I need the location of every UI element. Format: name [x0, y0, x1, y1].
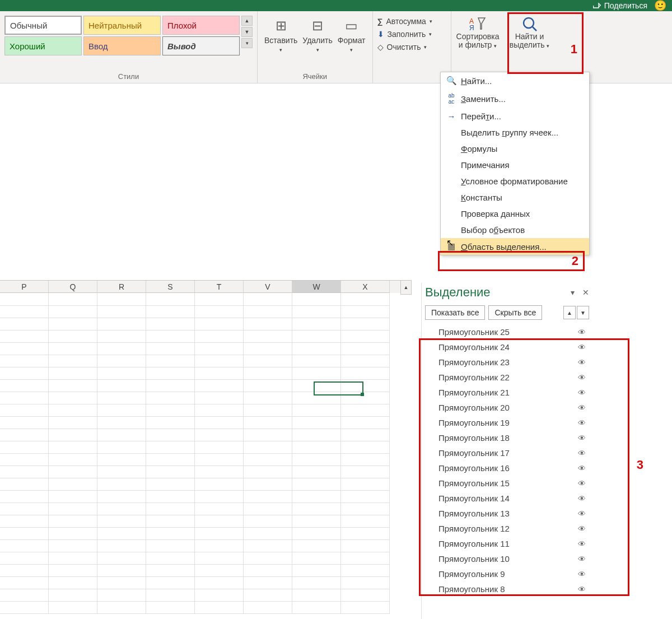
- cell[interactable]: [244, 453, 292, 466]
- selection-item[interactable]: Прямоугольник 11👁: [422, 536, 592, 551]
- cell[interactable]: [97, 539, 146, 552]
- cell[interactable]: [292, 589, 341, 602]
- cell[interactable]: [97, 576, 146, 589]
- clear-button[interactable]: ◇ Очистить ▾: [377, 41, 446, 53]
- cell[interactable]: [146, 355, 195, 367]
- cell[interactable]: [146, 478, 195, 491]
- cell[interactable]: [97, 466, 146, 478]
- cell[interactable]: [244, 404, 292, 417]
- cell[interactable]: [341, 527, 390, 540]
- cell[interactable]: [49, 429, 97, 441]
- cell[interactable]: [244, 515, 292, 528]
- cell[interactable]: [195, 379, 244, 392]
- selection-item[interactable]: Прямоугольник 15👁: [422, 476, 592, 491]
- cell[interactable]: [0, 330, 49, 343]
- cell[interactable]: [97, 515, 146, 528]
- cell[interactable]: [0, 342, 49, 355]
- cell[interactable]: [195, 416, 244, 429]
- cell[interactable]: [195, 453, 244, 466]
- cell[interactable]: [341, 515, 390, 528]
- selection-item[interactable]: Прямоугольник 24👁: [422, 339, 592, 355]
- cell[interactable]: [97, 330, 146, 343]
- cell[interactable]: [195, 342, 244, 355]
- cell[interactable]: [49, 601, 97, 614]
- cell[interactable]: [97, 502, 146, 515]
- cell[interactable]: [49, 552, 97, 565]
- cell[interactable]: [146, 441, 195, 454]
- visibility-toggle-icon[interactable]: 👁: [578, 373, 586, 382]
- cell[interactable]: [0, 515, 49, 528]
- cell[interactable]: [195, 392, 244, 404]
- cell[interactable]: [146, 379, 195, 392]
- selection-item[interactable]: Прямоугольник 23👁: [422, 355, 592, 370]
- cell[interactable]: [244, 527, 292, 540]
- cell[interactable]: [0, 490, 49, 503]
- cell[interactable]: [97, 589, 146, 602]
- visibility-toggle-icon[interactable]: 👁: [578, 479, 586, 488]
- hide-all-button[interactable]: Скрыть все: [488, 305, 542, 320]
- selection-item[interactable]: Прямоугольник 14👁: [422, 491, 592, 506]
- cell[interactable]: [292, 293, 341, 306]
- cell[interactable]: [292, 305, 341, 318]
- cell[interactable]: [341, 601, 390, 614]
- cell[interactable]: [244, 293, 292, 306]
- column-header-V[interactable]: V: [244, 281, 292, 293]
- selection-item[interactable]: Прямоугольник 17👁: [422, 445, 592, 460]
- cell[interactable]: [146, 453, 195, 466]
- cell[interactable]: [0, 355, 49, 367]
- cell[interactable]: [97, 416, 146, 429]
- cell[interactable]: [146, 305, 195, 318]
- cell[interactable]: [341, 502, 390, 515]
- cell[interactable]: [244, 502, 292, 515]
- cell[interactable]: [292, 490, 341, 503]
- cell[interactable]: [97, 564, 146, 577]
- cell[interactable]: [195, 502, 244, 515]
- cell[interactable]: [0, 416, 49, 429]
- cell[interactable]: [195, 330, 244, 343]
- visibility-toggle-icon[interactable]: 👁: [578, 343, 586, 352]
- cell[interactable]: [341, 342, 390, 355]
- cell[interactable]: [97, 404, 146, 417]
- cell[interactable]: [341, 429, 390, 441]
- visibility-toggle-icon[interactable]: 👁: [578, 539, 586, 548]
- cell[interactable]: [341, 552, 390, 565]
- visibility-toggle-icon[interactable]: 👁: [578, 449, 586, 458]
- cell[interactable]: [146, 539, 195, 552]
- cell[interactable]: [0, 601, 49, 614]
- visibility-toggle-icon[interactable]: 👁: [578, 464, 586, 473]
- grid[interactable]: [0, 293, 412, 613]
- cell[interactable]: [49, 355, 97, 367]
- send-backward-button[interactable]: ▼: [577, 306, 589, 319]
- menu-replace[interactable]: abacЗаменить...: [441, 89, 589, 108]
- cell[interactable]: [341, 466, 390, 478]
- cell[interactable]: [49, 453, 97, 466]
- menu-selection-pane[interactable]: ▦Область выделения...: [441, 238, 589, 255]
- cell[interactable]: [195, 552, 244, 565]
- column-header-P[interactable]: P: [0, 281, 49, 293]
- cell[interactable]: [292, 601, 341, 614]
- insert-button[interactable]: ⊞ Вставить ▾: [263, 16, 298, 55]
- cell[interactable]: [244, 342, 292, 355]
- cell[interactable]: [146, 564, 195, 577]
- cell[interactable]: [341, 330, 390, 343]
- menu-find[interactable]: 🔍Найти...: [441, 72, 589, 89]
- cell[interactable]: [146, 515, 195, 528]
- cell[interactable]: [97, 527, 146, 540]
- cell[interactable]: [244, 367, 292, 380]
- cell[interactable]: [49, 305, 97, 318]
- menu-conditional[interactable]: Условное форматирование: [441, 173, 589, 189]
- cell[interactable]: [146, 318, 195, 331]
- styles-more[interactable]: ▾: [241, 38, 253, 48]
- style-bad[interactable]: Плохой: [162, 16, 240, 35]
- cell[interactable]: [341, 404, 390, 417]
- cell[interactable]: [341, 293, 390, 306]
- cell[interactable]: [292, 576, 341, 589]
- cell[interactable]: [0, 552, 49, 565]
- cell[interactable]: [292, 453, 341, 466]
- cell[interactable]: [244, 601, 292, 614]
- cell[interactable]: [97, 342, 146, 355]
- visibility-toggle-icon[interactable]: 👁: [578, 555, 586, 564]
- selection-item[interactable]: Прямоугольник 13👁: [422, 506, 592, 521]
- menu-select-objects[interactable]: Выбор объектов: [441, 222, 589, 238]
- cell[interactable]: [292, 502, 341, 515]
